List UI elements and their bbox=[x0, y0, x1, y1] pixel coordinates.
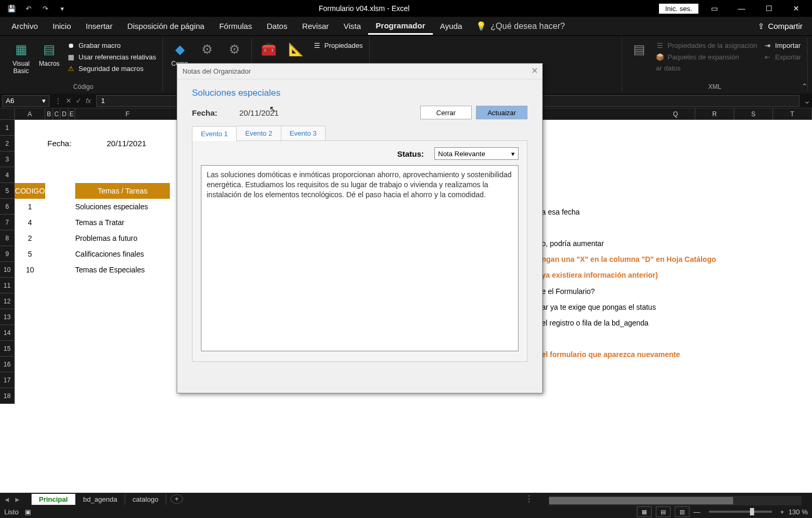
row-header[interactable]: 3 bbox=[0, 151, 15, 167]
row-header[interactable]: 1 bbox=[0, 120, 15, 136]
tab-evento-1[interactable]: Evento 1 bbox=[192, 126, 237, 141]
sheet-tab-principal[interactable]: Principal bbox=[32, 494, 76, 505]
tab-archivo[interactable]: Archivo bbox=[4, 18, 45, 34]
signin-button[interactable]: Inic. ses. bbox=[659, 4, 698, 14]
undo-icon[interactable]: ↶ bbox=[21, 1, 36, 16]
tab-vista[interactable]: Vista bbox=[336, 18, 368, 34]
grabar-macro-button[interactable]: ⏺Grabar macro bbox=[65, 40, 158, 50]
view-page-break-icon[interactable]: ▥ bbox=[675, 506, 689, 517]
macro-record-icon[interactable]: ▣ bbox=[25, 508, 31, 516]
tab-evento-2[interactable]: Evento 2 bbox=[236, 126, 281, 140]
col-header[interactable]: S bbox=[734, 108, 773, 119]
tab-programador[interactable]: Programador bbox=[368, 18, 432, 35]
zoom-slider[interactable] bbox=[709, 511, 772, 513]
view-page-layout-icon[interactable]: ▤ bbox=[656, 506, 671, 517]
note-textarea[interactable]: Las soluciones domóticas e inmóticas pro… bbox=[201, 165, 519, 351]
collapse-ribbon-icon[interactable]: ⌃ bbox=[801, 82, 808, 90]
row-header[interactable]: 5 bbox=[0, 183, 15, 199]
tell-me-search[interactable]: 💡 ¿Qué desea hacer? bbox=[476, 21, 565, 31]
sheet-nav[interactable]: ◂▸ bbox=[2, 494, 22, 504]
col-header[interactable]: T bbox=[773, 108, 812, 119]
col-header[interactable]: B bbox=[45, 108, 53, 119]
cell-codigo[interactable]: 4 bbox=[15, 215, 45, 230]
zoom-in-icon[interactable]: + bbox=[780, 508, 785, 516]
macros-button[interactable]: ▤ Macros bbox=[36, 38, 63, 83]
tab-disposicion[interactable]: Disposición de página bbox=[120, 18, 212, 34]
row-header[interactable]: 16 bbox=[0, 357, 15, 372]
cerrar-button[interactable]: Cerrar bbox=[420, 106, 472, 119]
minimize-icon[interactable]: — bbox=[730, 1, 753, 16]
qat-dropdown-icon[interactable]: ▾ bbox=[55, 1, 69, 16]
row-header[interactable]: 2 bbox=[0, 136, 15, 151]
propiedades-button[interactable]: ☰Propiedades bbox=[311, 40, 365, 50]
row-header[interactable]: 10 bbox=[0, 262, 15, 278]
view-normal-icon[interactable]: ▦ bbox=[637, 506, 652, 517]
prop-asignacion-button[interactable]: ☰Propiedades de la asignación bbox=[654, 40, 759, 50]
exportar-button[interactable]: ⇤Exportar bbox=[762, 52, 803, 62]
horizontal-scrollbar[interactable] bbox=[549, 496, 801, 505]
tab-datos[interactable]: Datos bbox=[259, 18, 295, 34]
row-header[interactable]: 14 bbox=[0, 325, 15, 341]
seguridad-macros-button[interactable]: ⚠Seguridad de macros bbox=[65, 63, 158, 74]
row-header[interactable]: 17 bbox=[0, 372, 15, 388]
zoom-thumb[interactable] bbox=[750, 508, 754, 515]
cell-tema[interactable]: Soluciones especiales bbox=[75, 199, 180, 215]
col-header[interactable]: D bbox=[60, 108, 68, 119]
cell-tema[interactable]: Calificaciones finales bbox=[75, 246, 180, 262]
tab-ayuda[interactable]: Ayuda bbox=[433, 18, 470, 34]
row-header[interactable]: 9 bbox=[0, 246, 15, 262]
row-header[interactable]: 18 bbox=[0, 388, 15, 404]
row-header[interactable]: 8 bbox=[0, 230, 15, 246]
add-sheet-button[interactable]: + bbox=[170, 494, 183, 504]
col-header[interactable]: R bbox=[695, 108, 734, 119]
nav-prev-icon[interactable]: ◂ bbox=[2, 494, 12, 504]
actualizar-datos-button[interactable]: ar datos bbox=[654, 63, 759, 73]
sheet-tab-bd-agenda[interactable]: bd_agenda bbox=[76, 494, 125, 505]
close-icon[interactable]: ✕ bbox=[785, 1, 808, 16]
ribbon-display-icon[interactable]: ▭ bbox=[703, 1, 726, 16]
row-header[interactable]: 6 bbox=[0, 199, 15, 215]
zoom-out-icon[interactable]: — bbox=[694, 508, 701, 516]
accept-fx-icon[interactable]: ✓ bbox=[76, 97, 82, 105]
col-header[interactable]: A bbox=[15, 108, 45, 119]
paquetes-expansion-button[interactable]: 📦Paquetes de expansión bbox=[654, 52, 759, 62]
tab-evento-3[interactable]: Evento 3 bbox=[281, 126, 326, 140]
row-header[interactable]: 11 bbox=[0, 278, 15, 293]
row-header[interactable]: 15 bbox=[0, 341, 15, 357]
cell-tema[interactable]: Problemas a futuro bbox=[75, 230, 180, 246]
row-header[interactable]: 7 bbox=[0, 215, 15, 230]
row-header[interactable]: 4 bbox=[0, 167, 15, 183]
share-button[interactable]: ⇪ Compartir bbox=[753, 19, 808, 33]
maximize-icon[interactable]: ☐ bbox=[757, 1, 780, 16]
namebox-dropdown-icon[interactable]: ▾ bbox=[42, 97, 46, 105]
usar-referencias-button[interactable]: ▦Usar referencias relativas bbox=[65, 52, 158, 62]
origen-button[interactable]: ▤ bbox=[626, 38, 652, 83]
name-box[interactable]: A6▾ bbox=[2, 95, 49, 107]
col-header[interactable]: C bbox=[53, 108, 60, 119]
cell-codigo[interactable]: 1 bbox=[15, 199, 45, 215]
actualizar-button[interactable]: Actuaizar bbox=[476, 106, 527, 119]
scrollbar-thumb[interactable] bbox=[549, 497, 733, 504]
status-select[interactable]: Nota Relevante ▾ bbox=[434, 147, 519, 160]
cell-codigo[interactable]: 10 bbox=[15, 262, 45, 278]
expand-formula-icon[interactable]: ⌄ bbox=[801, 96, 812, 106]
tab-insertar[interactable]: Insertar bbox=[78, 18, 120, 34]
cancel-fx-icon[interactable]: ✕ bbox=[66, 97, 72, 105]
cell-tema[interactable]: Temas a Tratar bbox=[75, 215, 180, 230]
dialog-titlebar[interactable]: Notas del Organizador ✕ bbox=[177, 64, 542, 79]
cell-codigo[interactable]: 2 bbox=[15, 230, 45, 246]
col-header[interactable]: E bbox=[68, 108, 75, 119]
redo-icon[interactable]: ↷ bbox=[38, 1, 53, 16]
cell-codigo[interactable]: 5 bbox=[15, 246, 45, 262]
col-header[interactable]: Q bbox=[656, 108, 695, 119]
row-header[interactable]: 13 bbox=[0, 309, 15, 325]
dialog-close-icon[interactable]: ✕ bbox=[531, 66, 538, 76]
nav-next-icon[interactable]: ▸ bbox=[13, 494, 22, 504]
row-header[interactable]: 12 bbox=[0, 293, 15, 309]
sheet-tab-catalogo[interactable]: catalogo bbox=[125, 494, 166, 505]
zoom-level[interactable]: 130 % bbox=[788, 508, 808, 516]
tab-scroll-dots[interactable]: ⋮ bbox=[525, 494, 533, 504]
importar-button[interactable]: ⇥Importar bbox=[762, 40, 803, 50]
cell-tema[interactable]: Temas de Especiales bbox=[75, 262, 180, 278]
tab-inicio[interactable]: Inicio bbox=[45, 18, 78, 34]
